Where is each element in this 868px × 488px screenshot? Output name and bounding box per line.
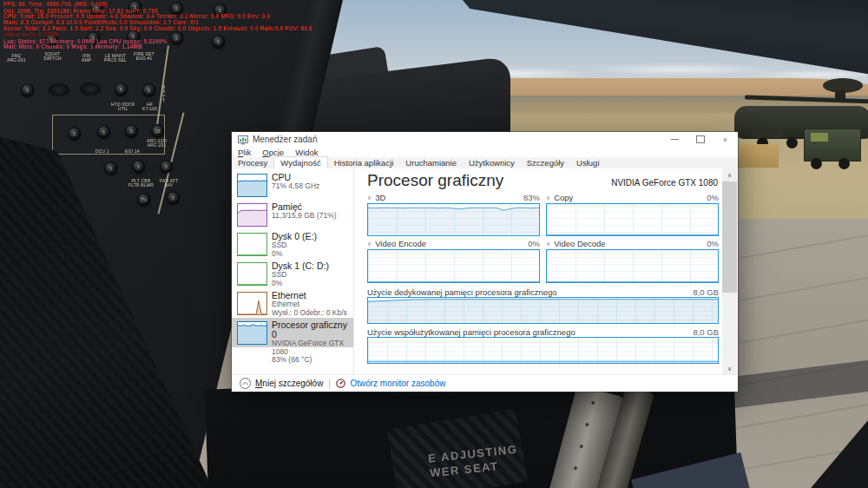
breaker-blank-hole bbox=[49, 83, 69, 96]
chevron-down-icon[interactable]: ∨ bbox=[546, 241, 550, 247]
chevron-down-icon[interactable]: ∨ bbox=[367, 195, 372, 201]
chart-header-shared-memory: Użycie współużytkowanej pamięci procesor… bbox=[367, 327, 719, 337]
sidebar-item-title: Procesor graficzny 0 bbox=[272, 320, 353, 340]
chart-header-video-encode: ∨ Video Encode 0% bbox=[367, 239, 540, 248]
panel-label: IFM AMP bbox=[82, 54, 91, 63]
sidebar-item-detail: 83% (66 °C) bbox=[272, 356, 353, 365]
menu-plik[interactable]: Plik bbox=[238, 148, 251, 157]
sidebar-item-disk0[interactable]: Dysk 0 (E:) SSD 0% bbox=[232, 229, 353, 259]
trailer-wheel bbox=[838, 158, 850, 169]
chart-value: 8,0 GB bbox=[693, 327, 719, 337]
tab-historia-aplikacji[interactable]: Historia aplikacji bbox=[328, 157, 400, 168]
panel-label-batt: B A T T bbox=[162, 85, 165, 104]
sidebar-item-detail: 71% 4,58 GHz bbox=[272, 182, 353, 191]
tab-uruchamianie[interactable]: Uruchamianie bbox=[399, 157, 463, 168]
circuit-breaker: 5 bbox=[21, 83, 34, 96]
trailer-wheel bbox=[811, 158, 822, 169]
chart-shared-memory bbox=[367, 337, 719, 364]
sidebar-item-memory[interactable]: Pamięć 11,3/15,9 GB (71%) bbox=[232, 200, 353, 229]
sidebar-divider bbox=[353, 168, 354, 375]
circuit-breaker: 5 bbox=[104, 162, 117, 175]
panel-label: EGI 1A bbox=[125, 149, 140, 155]
chevron-up-icon: ∧ bbox=[727, 172, 732, 179]
chart-value: 0% bbox=[707, 239, 719, 248]
vertical-scrollbar[interactable]: ∧ ∨ bbox=[722, 168, 737, 375]
collapse-circle-icon bbox=[240, 378, 251, 389]
panel-label: HF KY-100 bbox=[142, 102, 157, 112]
chart-title: Copy bbox=[554, 193, 573, 202]
sidebar-item-cpu[interactable]: CPU 71% 4,58 GHz bbox=[232, 170, 353, 200]
sidebar-item-detail: NVIDIA GeForce GTX 1080 bbox=[272, 340, 353, 356]
minimize-icon bbox=[671, 139, 679, 140]
scroll-up-button[interactable]: ∧ bbox=[722, 168, 737, 181]
sidebar-item-disk1[interactable]: Dysk 1 (C: D:) SSD 0% bbox=[232, 259, 353, 288]
open-resource-monitor-link[interactable]: Otwórz monitor zasobów bbox=[336, 379, 445, 388]
chart-title: Użycie dedykowanej pamięci procesora gra… bbox=[367, 287, 557, 297]
metric-sidebar: CPU 71% 4,58 GHz Pamięć 11,3/15,9 GB (71… bbox=[232, 168, 353, 375]
sidebar-item-detail: 0% bbox=[272, 280, 353, 288]
tab-procesy[interactable]: Procesy bbox=[232, 157, 273, 168]
minimize-button[interactable] bbox=[662, 132, 687, 147]
helicopter-wheel bbox=[786, 137, 798, 148]
resource-monitor-gauge-icon bbox=[336, 379, 345, 388]
scroll-down-button[interactable]: ∨ bbox=[722, 362, 737, 375]
scrollbar-thumb[interactable] bbox=[722, 181, 737, 293]
cargo-crate bbox=[733, 144, 779, 168]
helicopter-weapon-pod bbox=[752, 129, 783, 138]
trailer-panel bbox=[811, 133, 828, 142]
chart-title: Video Encode bbox=[375, 239, 426, 248]
close-button[interactable]: × bbox=[713, 132, 738, 147]
window-title: Menedżer zadań bbox=[253, 135, 318, 144]
sidebar-item-gpu[interactable]: Procesor graficzny 0 NVIDIA GeForce GTX … bbox=[232, 318, 353, 347]
chart-dedicated-memory bbox=[367, 297, 719, 324]
chart-copy bbox=[546, 203, 719, 236]
tab-wydajnosc[interactable]: Wydajność bbox=[273, 156, 327, 169]
circuit-breaker: 5 bbox=[132, 160, 145, 173]
sidebar-item-detail: 0% bbox=[272, 250, 353, 259]
panel-label: LD MAINT PRCS SEL bbox=[104, 54, 127, 63]
titlebar[interactable]: Menedżer zadań × bbox=[232, 132, 738, 147]
memory-thumbnail-chart bbox=[237, 203, 267, 227]
chart-value: 83% bbox=[523, 193, 540, 202]
panel-label: PLT CBR FLTR BLWR bbox=[128, 179, 154, 188]
circuit-breaker: 5 bbox=[97, 125, 110, 138]
menu-widok[interactable]: Widok bbox=[295, 148, 318, 157]
chart-video-decode bbox=[546, 249, 719, 283]
gpu-thumbnail-chart bbox=[237, 321, 267, 345]
gpu-detail-panel: Procesor graficzny NVIDIA GeForce GTX 10… bbox=[365, 168, 719, 375]
sidebar-item-detail: SSD bbox=[272, 271, 353, 280]
chart-title: Video Decode bbox=[554, 239, 606, 248]
debug-overlay: FPS: 66. Time: 4890.703. (MIS: 0.000) Ob… bbox=[3, 2, 863, 50]
screen: FM2 ARC-201 SQUAT SWITCH IFM AMP LD MAIN… bbox=[0, 0, 868, 488]
disk1-thumbnail-chart bbox=[237, 262, 267, 286]
panel-label: FIRE DET ENG #1 bbox=[134, 52, 155, 62]
sidebar-item-ethernet[interactable]: Ethernet Ethernet Wysł.: 0 Odebr.: 0 Kb/… bbox=[232, 288, 353, 318]
maximize-button[interactable] bbox=[687, 132, 713, 147]
menu-opcje[interactable]: Opcje bbox=[262, 148, 284, 157]
tab-uzytkownicy[interactable]: Użytkownicy bbox=[463, 157, 521, 168]
panel-label: HYD XDCR UTIL bbox=[111, 102, 135, 112]
circuit-breaker: 5 bbox=[160, 160, 173, 173]
chevron-down-icon[interactable]: ∨ bbox=[367, 241, 372, 247]
circuit-breaker: 5 bbox=[125, 124, 138, 137]
tab-uslugi[interactable]: Usługi bbox=[570, 157, 605, 168]
performance-pane: CPU 71% 4,58 GHz Pamięć 11,3/15,9 GB (71… bbox=[232, 168, 738, 375]
chart-value: 0% bbox=[528, 239, 540, 248]
chart-header-3d: ∨ 3D 83% bbox=[367, 193, 540, 202]
circuit-breaker: 5 bbox=[115, 82, 128, 96]
chart-title: Użycie współużytkowanej pamięci procesor… bbox=[367, 327, 575, 337]
circuit-breaker: 25 bbox=[151, 124, 164, 137]
panel-label: SQUAT SWITCH bbox=[43, 52, 62, 62]
circuit-breaker: 5 bbox=[167, 191, 180, 204]
app-icon bbox=[238, 135, 248, 145]
tab-szczegoly[interactable]: Szczegóły bbox=[521, 157, 570, 168]
tab-strip: Procesy Wydajność Historia aplikacji Uru… bbox=[232, 157, 738, 169]
hud-line: Scene: Total: 3.3 Pass: 1.5 Surf: 2.2 Se… bbox=[3, 26, 863, 32]
circuit-breaker: 5 bbox=[68, 127, 81, 140]
less-details-button[interactable]: Mniej szczegółów bbox=[240, 378, 323, 389]
footer-separator bbox=[329, 379, 330, 389]
open-resource-monitor-label: Otwórz monitor zasobów bbox=[350, 379, 445, 388]
circuit-breaker: 7½ bbox=[137, 193, 150, 206]
chevron-down-icon[interactable]: ∨ bbox=[546, 195, 550, 201]
hud-line: Mail: Msts: 0 Chunks: 0 Msgs: 1 Memory: … bbox=[3, 44, 863, 50]
